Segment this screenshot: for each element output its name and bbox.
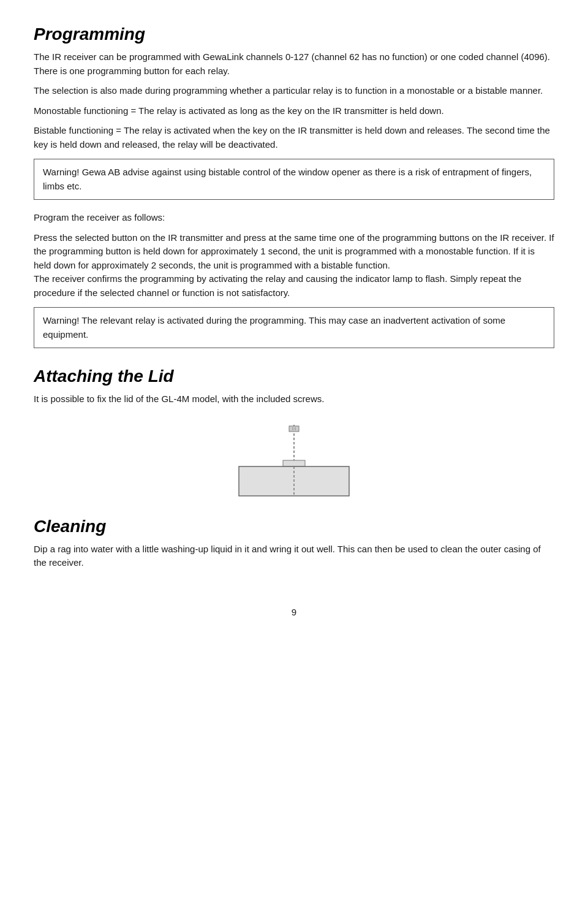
lid-diagram: [227, 425, 361, 498]
programming-para-4: Bistable functioning = The relay is acti…: [34, 124, 554, 151]
cleaning-body: Dip a rag into water with a little washi…: [34, 542, 554, 570]
programming-para-3: Monostable functioning = The relay is ac…: [34, 104, 554, 118]
programming-title: Programming: [34, 25, 554, 44]
svg-rect-4: [283, 460, 305, 466]
programming-para-1: The IR receiver can be programmed with G…: [34, 50, 554, 78]
warning-text-1: Warning! Gewa AB advise against using bi…: [43, 167, 532, 191]
svg-rect-1: [289, 426, 299, 432]
attaching-body: It is possible to fix the lid of the GL-…: [34, 392, 554, 406]
program-intro: Program the receiver as follows:: [34, 211, 554, 225]
programming-para-2: The selection is also made during progra…: [34, 84, 554, 98]
program-body: Press the selected button on the IR tran…: [34, 231, 554, 300]
device-diagram-container: [34, 425, 554, 498]
warning-text-2: Warning! The relevant relay is activated…: [43, 315, 505, 340]
warning-box-2: Warning! The relevant relay is activated…: [34, 307, 554, 348]
cleaning-title: Cleaning: [34, 517, 554, 536]
attaching-title: Attaching the Lid: [34, 367, 554, 386]
warning-box-1: Warning! Gewa AB advise against using bi…: [34, 159, 554, 200]
page-number: 9: [34, 607, 554, 617]
